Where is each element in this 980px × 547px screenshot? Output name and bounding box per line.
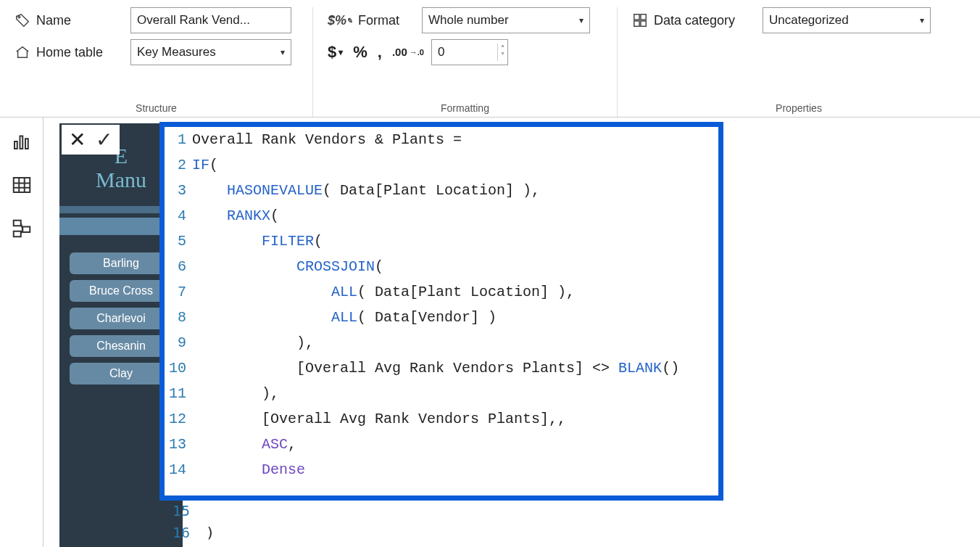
group-label-structure: Structure [0,102,312,114]
format-label-text: Format [358,13,399,28]
decimal-button[interactable]: .00→.0 [392,48,424,57]
ribbon-group-structure: Name Overall Rank Vend... Home table Key… [0,7,313,117]
format-label: $%✎ Format [328,13,415,28]
svg-rect-5 [14,141,17,149]
svg-rect-7 [25,139,28,149]
data-category-value: Uncategorized [769,13,849,28]
chevron-down-icon[interactable]: ˅ [501,52,504,59]
svg-rect-3 [634,21,639,26]
name-field-value: Overall Rank Vend... [137,13,250,28]
model-view-icon[interactable] [11,218,33,239]
ribbon: Name Overall Rank Vend... Home table Key… [0,0,980,118]
data-category-icon [632,12,648,28]
name-label-text: Name [36,13,71,28]
format-value: Whole number [428,13,509,28]
chevron-down-icon: ▾ [281,47,285,57]
data-category-label: Data category [632,12,755,28]
slicer-item[interactable]: Barling [70,252,173,274]
name-label: Name [14,12,123,28]
home-icon [14,44,30,60]
chevron-down-icon: ▾ [920,15,924,25]
data-category-select[interactable]: Uncategorized ▾ [763,7,931,33]
svg-rect-1 [634,15,639,20]
ribbon-group-formatting: $%✎ Format Whole number ▾ $ ▾ % , .00→.0… [313,7,618,117]
slicer-item[interactable]: Chesanin [70,335,173,357]
svg-rect-2 [641,15,646,20]
report-logo-line2: Manu [96,168,146,192]
svg-rect-4 [641,21,646,26]
svg-line-17 [20,229,22,234]
data-view-icon[interactable] [11,174,33,196]
svg-rect-6 [20,136,22,149]
svg-line-16 [20,223,22,230]
svg-rect-14 [22,227,30,233]
editor-line-15: 15 [168,502,190,519]
slicer-item[interactable]: Bruce Cross [70,280,173,302]
number-format-buttons: $ ▾ % , .00→.0 [328,43,424,62]
home-table-label-text: Home table [36,45,103,60]
comma-button[interactable]: , [378,43,382,62]
decimal-spinner-value: 0 [432,45,497,59]
home-table-label: Home table [14,44,123,60]
slicer-item[interactable]: Charlevoi [70,308,173,329]
svg-rect-15 [13,231,20,237]
svg-rect-8 [13,178,30,192]
svg-rect-13 [13,221,20,226]
commit-formula-button[interactable]: ✓ [96,128,112,152]
currency-button[interactable]: $ ▾ [328,43,343,62]
cancel-formula-button[interactable]: ✕ [69,128,86,152]
view-switcher [0,118,43,547]
slicer-item[interactable]: Clay [70,363,173,384]
percent-button[interactable]: % [353,43,368,62]
dax-editor[interactable]: 1234567891011121314 Overall Rank Vendors… [159,122,723,501]
report-view-icon[interactable] [11,131,33,152]
chevron-down-icon: ▾ [579,15,584,25]
editor-line-16: 16 ) [168,524,215,541]
name-field[interactable]: Overall Rank Vend... [130,7,291,33]
svg-point-0 [18,16,20,18]
decimal-spinner[interactable]: 0 ˄˅ [431,39,508,65]
editor-gutter: 1234567891011121314 [165,127,192,495]
tag-icon [14,12,30,28]
format-select[interactable]: Whole number ▾ [422,7,590,33]
group-label-properties: Properties [618,102,980,114]
spinner-buttons[interactable]: ˄˅ [497,44,507,61]
ribbon-group-properties: Data category Uncategorized ▾ Properties [618,7,980,117]
home-table-value: Key Measures [137,45,216,59]
data-category-label-text: Data category [654,13,735,28]
formula-bar-controls: ✕ ✓ [62,125,120,155]
group-label-formatting: Formatting [313,102,617,114]
home-table-select[interactable]: Key Measures ▾ [130,39,291,65]
format-icon: $%✎ [328,13,352,28]
editor-code[interactable]: Overall Rank Vendors & Plants = IF( HASO… [192,127,718,495]
